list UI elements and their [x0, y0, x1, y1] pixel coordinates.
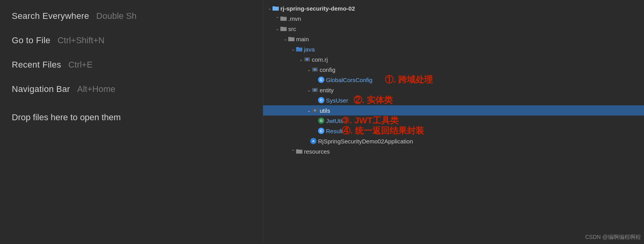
- chevron-icon: ⌄: [290, 47, 296, 52]
- chevron-icon: ⌄: [306, 88, 312, 93]
- svg-rect-7: [288, 37, 291, 38]
- drop-files-text: Drop files here to open them: [12, 105, 251, 130]
- chevron-icon: ⌃: [274, 16, 280, 21]
- menu-item-goto-file[interactable]: Go to File Ctrl+Shift+N: [12, 28, 251, 53]
- svg-point-11: [306, 58, 308, 61]
- tree-item-sys-user[interactable]: C SysUser ②. 实体类: [263, 95, 644, 105]
- chevron-icon: ⌃: [290, 149, 296, 154]
- config-label: config: [320, 66, 335, 73]
- navigation-bar-shortcut: Alt+Home: [77, 84, 115, 94]
- chevron-icon: ⌄: [298, 57, 304, 62]
- class-c-icon: C: [318, 128, 324, 134]
- annotation-2: ②. 实体类: [353, 94, 393, 106]
- global-cors-config-label: GlobalCorsConfig: [326, 77, 372, 83]
- search-label: Search Everywhere: [12, 11, 89, 21]
- chevron-icon: ⌄: [274, 26, 280, 31]
- resources-label: resources: [304, 148, 330, 155]
- tree-item-jwt-util[interactable]: G JwtUtil ③. JWT工具类: [263, 116, 644, 126]
- package-icon: [304, 56, 310, 62]
- right-panel: ⌄ rj-spring-security-demo-02 ⌃ .mvn ⌄ sr…: [263, 0, 644, 244]
- chevron-icon: ⌄: [306, 108, 312, 113]
- com-rj-label: com.rj: [312, 56, 328, 63]
- java-folder-icon: [296, 46, 302, 52]
- tree-item-java[interactable]: ⌄ java: [263, 44, 644, 54]
- folder-icon: [296, 148, 302, 154]
- goto-file-label: Go to File: [12, 35, 50, 46]
- tree-item-mvn[interactable]: ⌃ .mvn: [263, 13, 644, 24]
- svg-rect-1: [273, 6, 275, 7]
- tree-item-src[interactable]: ⌄ src: [263, 24, 644, 34]
- recent-files-label: Recent Files: [12, 60, 61, 70]
- tree-item-root[interactable]: ⌄ rj-spring-security-demo-02: [263, 3, 644, 13]
- annotation-1: ①. 跨域处理: [385, 74, 433, 86]
- recent-files-shortcut: Ctrl+E: [68, 60, 93, 70]
- class-app-icon: A: [310, 138, 317, 144]
- tree-item-com-rj[interactable]: ⌄ com.rj: [263, 54, 644, 64]
- main-label: main: [296, 36, 309, 42]
- folder-icon: [280, 26, 287, 32]
- menu-item-search[interactable]: Search Everywhere Double Sh: [12, 4, 251, 28]
- class-c-icon: C: [318, 77, 324, 83]
- folder-icon: [288, 36, 295, 42]
- chevron-icon: ⌄: [306, 67, 312, 72]
- tree-item-resources[interactable]: ⌃ resources: [263, 146, 644, 156]
- entity-label: entity: [320, 87, 334, 94]
- svg-rect-9: [296, 47, 299, 48]
- svg-point-15: [314, 89, 316, 91]
- java-label: java: [304, 46, 315, 53]
- goto-file-shortcut: Ctrl+Shift+N: [57, 35, 104, 46]
- tree-item-utils[interactable]: ⌄ utils: [263, 105, 644, 116]
- folder-icon: [273, 5, 279, 11]
- project-root-label: rj-spring-security-demo-02: [280, 5, 355, 12]
- result-label: Result: [326, 128, 343, 134]
- tree-item-config[interactable]: ⌄ config: [263, 64, 644, 75]
- svg-point-17: [314, 109, 316, 112]
- chevron-icon: ⌄: [266, 6, 273, 11]
- src-label: src: [288, 26, 296, 32]
- class-c-icon: C: [318, 97, 324, 103]
- folder-icon: [280, 15, 287, 22]
- left-panel: Search Everywhere Double Sh Go to File C…: [0, 0, 263, 244]
- package-icon: [312, 87, 318, 93]
- app-label: RjSpringSecurityDemo02Application: [318, 138, 413, 145]
- svg-rect-5: [280, 27, 283, 28]
- navigation-bar-label: Navigation Bar: [12, 84, 70, 94]
- search-shortcut: Double Sh: [96, 11, 137, 21]
- annotation-4: ④. 统一返回结果封装: [342, 125, 424, 137]
- jwt-util-label: JwtUtil: [326, 117, 343, 124]
- tree-item-global-cors-config[interactable]: C GlobalCorsConfig ①. 跨域处理: [263, 75, 644, 85]
- package-icon: [312, 107, 318, 114]
- tree-item-app[interactable]: A RjSpringSecurityDemo02Application: [263, 136, 644, 146]
- svg-point-13: [314, 68, 316, 71]
- mvn-label: .mvn: [288, 15, 301, 22]
- watermark: CSDN @编啊编程啊程: [585, 234, 641, 241]
- menu-item-navigation-bar[interactable]: Navigation Bar Alt+Home: [12, 77, 251, 101]
- file-tree: ⌄ rj-spring-security-demo-02 ⌃ .mvn ⌄ sr…: [263, 0, 644, 160]
- menu-item-recent-files[interactable]: Recent Files Ctrl+E: [12, 53, 251, 77]
- chevron-icon: ⌄: [282, 37, 288, 42]
- package-icon: [312, 66, 318, 73]
- svg-rect-19: [296, 149, 299, 150]
- tree-item-result[interactable]: C Result ④. 统一返回结果封装: [263, 126, 644, 136]
- svg-rect-3: [280, 17, 283, 18]
- class-g-icon: G: [318, 117, 324, 124]
- utils-label: utils: [320, 107, 330, 114]
- sys-user-label: SysUser: [326, 97, 348, 104]
- tree-item-main[interactable]: ⌄ main: [263, 34, 644, 44]
- tree-item-entity[interactable]: ⌄ entity: [263, 85, 644, 95]
